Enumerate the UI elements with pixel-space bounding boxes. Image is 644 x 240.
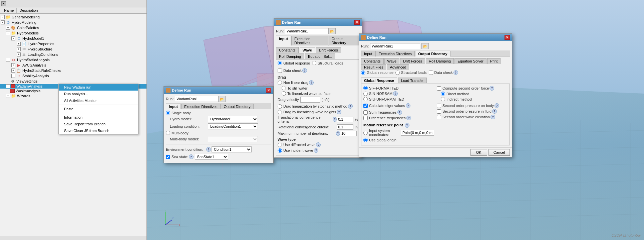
tree-item-hydromodeling[interactable]: - ⊙ HydroModeling xyxy=(0,20,146,25)
radio-single-body-input-small[interactable] xyxy=(166,111,170,115)
dialog-close-medium[interactable]: ✕ xyxy=(354,20,360,25)
diff-freq-qmark[interactable]: ? xyxy=(406,116,411,120)
drag-wave-qmark[interactable]: ? xyxy=(337,110,341,114)
tab-wave-medium[interactable]: Wave xyxy=(300,47,315,53)
expander-hydrostructure[interactable]: + xyxy=(17,47,21,51)
radio-drag-stoch-input[interactable] xyxy=(278,104,282,109)
radio-incident-input[interactable] xyxy=(278,148,282,153)
radio-multi-body-input-small[interactable] xyxy=(166,131,170,135)
expander-generalmodeling[interactable]: - xyxy=(1,15,5,19)
radio-siu-input[interactable] xyxy=(363,97,368,101)
2nd-body-qmark[interactable]: ? xyxy=(495,103,499,108)
compute-second-qmark[interactable]: ? xyxy=(490,86,494,91)
tab-print-large[interactable]: Print xyxy=(487,58,501,64)
radio-global-origin-input[interactable] xyxy=(363,138,368,142)
tab-output-medium[interactable]: Output Directory xyxy=(329,36,359,45)
radio-nonlinear-drag-input[interactable] xyxy=(278,81,282,85)
sea-state-select[interactable]: SeaState1 xyxy=(195,154,228,160)
expander-hydromodel1[interactable]: - xyxy=(11,36,15,40)
radio-sinnorsam-input[interactable] xyxy=(363,92,368,96)
check-2nd-wave-input[interactable] xyxy=(437,115,441,119)
radio-indirect-input[interactable] xyxy=(441,97,445,101)
tree-item-stabilityanalysis[interactable]: - ⊙ StabilityAnalysis xyxy=(0,73,146,79)
max-iter-input[interactable] xyxy=(340,131,357,136)
radio-sif-input[interactable] xyxy=(363,86,368,90)
tree-item-hydroproperties[interactable]: + 📄 HydroProperties xyxy=(0,41,146,46)
context-menu-item-run-analysis[interactable]: Run analysis... xyxy=(59,91,138,97)
tab-drift-medium[interactable]: Drift Forces xyxy=(316,47,341,53)
tab-wave-large[interactable]: Wave xyxy=(384,58,400,64)
check-diff-freq-input[interactable] xyxy=(363,116,368,120)
tab-exec-medium[interactable]: Execution Directives xyxy=(291,36,328,45)
nonlinear-drag-qmark[interactable]: ? xyxy=(309,80,314,85)
context-menu-item-new-wadam-run[interactable]: New Wadam run xyxy=(59,84,138,91)
run-input-large[interactable] xyxy=(370,43,420,49)
radio-drag-wave-input[interactable] xyxy=(278,110,282,114)
run-input-small[interactable] xyxy=(175,96,218,102)
check-compute-second-input[interactable] xyxy=(437,86,441,91)
expander-colorpalettes[interactable]: + xyxy=(6,26,10,30)
radio-still-water-input[interactable] xyxy=(282,86,286,90)
radio-diffracted-input[interactable] xyxy=(278,143,282,147)
tab-input-large[interactable]: Input xyxy=(361,51,375,56)
expander-wizards[interactable]: + xyxy=(6,94,10,98)
tab-output-large[interactable]: Output Directory xyxy=(415,51,450,56)
expander-hydromodeling[interactable]: - xyxy=(1,20,5,24)
translational-qmark[interactable]: ? xyxy=(333,117,337,122)
tree-item-hydrostructure[interactable]: + 👁 HydroStructure xyxy=(0,46,146,52)
dialog-close-small[interactable]: ✕ xyxy=(266,88,271,93)
input-system-coords-input[interactable] xyxy=(401,130,434,136)
radio-input-system-input[interactable] xyxy=(363,131,368,135)
tree-item-colorpalettes[interactable]: + 🎨 ColorPalettes xyxy=(0,25,146,30)
tree-item-generalmodeling[interactable]: - 📁 GeneralModeling xyxy=(0,14,146,20)
drag-stoch-qmark[interactable]: ? xyxy=(348,104,353,109)
tree-item-viewsettings[interactable]: ⚙ ViewSettings xyxy=(0,79,146,84)
translational-criteria-input[interactable] xyxy=(337,117,353,122)
tab-input-small[interactable]: Input xyxy=(166,104,181,109)
tab-equation-medium[interactable]: Equation Sol... xyxy=(305,53,335,59)
expander-hydrostaticanalysis[interactable]: - xyxy=(6,58,10,62)
radio-linearized-input[interactable] xyxy=(282,91,286,96)
radio-global-input-medium[interactable] xyxy=(278,61,282,65)
btn-ok-large[interactable]: OK xyxy=(470,149,487,156)
subtab-load-transfer-large[interactable]: Load Transfer xyxy=(398,78,427,83)
tab-output-small[interactable]: Output Directory xyxy=(221,104,254,109)
tree-item-hydrostaticanalysis[interactable]: - ⊙ HydroStaticAnalysis xyxy=(0,57,146,63)
run-btn-icon-small[interactable]: 📂 xyxy=(218,96,226,102)
run-btn-icon-medium[interactable]: 📂 xyxy=(328,28,336,34)
check-2nd-fluid-input[interactable] xyxy=(437,109,441,114)
btn-cancel-large[interactable]: Cancel xyxy=(489,149,510,156)
expander-hydroproperties[interactable]: + xyxy=(17,42,21,46)
context-menu-item-paste[interactable]: Paste xyxy=(59,106,138,112)
environment-select[interactable]: Condition1 xyxy=(212,146,252,152)
loading-condition-select[interactable]: LoadingCondition1 xyxy=(208,123,258,129)
tree-item-loadingconditions[interactable]: + ⚖ LoadingConditions xyxy=(0,52,146,57)
sum-freq-qmark[interactable]: ? xyxy=(397,110,402,115)
tab-advanced-large[interactable]: Advanced xyxy=(387,64,409,70)
sea-state-qmark[interactable]: ? xyxy=(189,154,194,159)
multi-body-model-select[interactable] xyxy=(208,136,258,142)
radio-structural-input-medium[interactable] xyxy=(312,61,316,65)
context-menu-item-save-clean-js[interactable]: Save Clean JS from Branch xyxy=(59,127,138,134)
tab-constants-large[interactable]: Constants xyxy=(361,58,384,64)
expander-hydromodels[interactable]: - xyxy=(6,31,10,35)
drag-velocity-input[interactable] xyxy=(300,97,320,103)
context-menu-item-information[interactable]: Information xyxy=(59,114,138,121)
check-sum-freq-input[interactable] xyxy=(363,110,368,115)
context-menu-item-save-report[interactable]: Save Report from Branch xyxy=(59,121,138,127)
tab-result-files-large[interactable]: Result Files xyxy=(361,64,386,70)
expander-loadingconditions[interactable]: + xyxy=(17,52,21,56)
tree-item-hydromodels[interactable]: - 📁 HydroModels xyxy=(0,30,146,36)
check-data-input-large[interactable] xyxy=(429,71,433,75)
diffracted-qmark[interactable]: ? xyxy=(316,142,321,147)
tab-drift-large[interactable]: Drift Forces xyxy=(400,58,425,64)
tree-item-hydromodel1[interactable]: - ⊡ HydroModel1 xyxy=(0,36,146,41)
sea-state-checkbox[interactable] xyxy=(166,155,170,159)
tab-roll-large[interactable]: Roll Damping xyxy=(426,58,454,64)
expander-avcganalysis[interactable]: + xyxy=(11,63,15,67)
radio-direct-input[interactable] xyxy=(441,92,445,96)
rotational-criteria-input[interactable] xyxy=(337,124,353,130)
subtab-global-response-large[interactable]: Global Response xyxy=(361,78,397,83)
radio-structural-input-large[interactable] xyxy=(395,71,400,75)
2nd-fluid-qmark[interactable]: ? xyxy=(492,109,497,114)
